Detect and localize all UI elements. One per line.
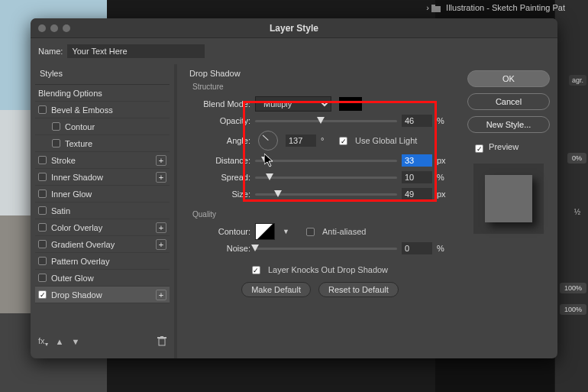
- contour-picker[interactable]: [255, 223, 275, 240]
- breadcrumb-text: Illustration - Sketch Painting Pat: [446, 3, 565, 12]
- window-traffic-lights[interactable]: [38, 24, 70, 32]
- style-checkbox[interactable]: [38, 274, 47, 282]
- style-row-inner-shadow[interactable]: Inner Shadow+: [35, 169, 170, 186]
- opacity-input[interactable]: [402, 115, 432, 127]
- blending-options-label: Blending Options: [38, 89, 166, 98]
- preview-checkbox[interactable]: [475, 144, 483, 153]
- layer-style-dialog: Layer Style Name: Styles Blending Option…: [31, 18, 557, 358]
- add-effect-icon[interactable]: +: [156, 239, 166, 250]
- style-label: Inner Glow: [51, 190, 166, 199]
- blend-mode-label: Blend Mode:: [189, 99, 250, 109]
- noise-row: Noise: %: [189, 240, 451, 257]
- layer-name-input[interactable]: [67, 44, 205, 58]
- style-row-stroke[interactable]: Stroke+: [35, 152, 170, 169]
- angle-dial[interactable]: [258, 131, 278, 151]
- styles-footer: fx▾ ▲ ▼: [35, 330, 170, 354]
- style-checkbox[interactable]: [52, 122, 60, 131]
- svg-rect-3: [157, 337, 166, 339]
- distance-label: Distance:: [189, 156, 250, 165]
- spread-row: Spread: %: [189, 169, 451, 186]
- cancel-button[interactable]: Cancel: [467, 93, 550, 110]
- make-default-button[interactable]: Make Default: [241, 282, 311, 297]
- svg-rect-0: [431, 6, 441, 12]
- section-title: Drop Shadow: [189, 69, 451, 78]
- arrow-down-icon[interactable]: ▼: [71, 337, 79, 346]
- trash-icon[interactable]: [157, 336, 166, 348]
- blend-mode-select[interactable]: Multiply: [255, 96, 331, 112]
- breadcrumb[interactable]: › Illustration - Sketch Painting Pat: [426, 3, 565, 12]
- distance-slider[interactable]: [255, 155, 397, 166]
- style-checkbox[interactable]: [38, 105, 47, 114]
- knocks-label: Layer Knocks Out Drop Shadow: [268, 265, 388, 274]
- arrow-up-icon[interactable]: ▲: [56, 337, 64, 346]
- style-checkbox[interactable]: [38, 223, 47, 232]
- blending-options-row[interactable]: Blending Options: [35, 85, 170, 102]
- style-row-bevel-emboss[interactable]: Bevel & Emboss: [35, 102, 170, 118]
- style-row-outer-glow[interactable]: Outer Glow: [35, 270, 170, 287]
- svg-rect-1: [431, 5, 435, 7]
- style-row-color-overlay[interactable]: Color Overlay+: [35, 219, 170, 236]
- add-effect-icon[interactable]: +: [156, 222, 166, 233]
- panel-half: ½: [574, 208, 580, 216]
- style-checkbox[interactable]: [52, 139, 60, 147]
- name-row: Name:: [31, 38, 557, 64]
- style-checkbox[interactable]: [38, 190, 47, 198]
- style-row-drop-shadow[interactable]: Drop Shadow+: [35, 287, 170, 303]
- add-effect-icon[interactable]: +: [156, 172, 166, 183]
- noise-slider[interactable]: [255, 243, 397, 254]
- spread-slider[interactable]: [255, 172, 397, 183]
- style-row-gradient-overlay[interactable]: Gradient Overlay+: [35, 236, 170, 253]
- style-checkbox[interactable]: [38, 240, 47, 248]
- name-label: Name:: [38, 47, 63, 56]
- fx-menu-icon[interactable]: fx▾: [38, 336, 48, 348]
- noise-input[interactable]: [402, 242, 432, 254]
- style-label: Bevel & Emboss: [51, 105, 166, 115]
- style-row-pattern-overlay[interactable]: Pattern Overlay: [35, 253, 170, 270]
- dialog-buttons-column: OK Cancel New Style... Preview: [460, 64, 557, 358]
- angle-row: Angle: ° Use Global Light: [189, 129, 451, 152]
- style-checkbox[interactable]: [38, 156, 47, 164]
- knocks-checkbox[interactable]: [252, 266, 260, 274]
- style-label: Outer Glow: [51, 274, 166, 283]
- global-light-label: Use Global Light: [355, 136, 417, 145]
- style-checkbox[interactable]: [38, 206, 47, 215]
- style-row-texture[interactable]: Texture: [35, 135, 170, 152]
- size-row: Size: px: [189, 186, 451, 202]
- antialiased-label: Anti-aliased: [322, 227, 366, 236]
- global-light-checkbox[interactable]: [339, 137, 347, 145]
- ok-button[interactable]: OK: [467, 70, 550, 87]
- style-label: Color Overlay: [51, 223, 151, 232]
- preview-label: Preview: [489, 142, 519, 151]
- panel-badge-0: 0%: [567, 153, 586, 164]
- style-checkbox[interactable]: [38, 173, 47, 181]
- preview-row[interactable]: Preview: [469, 142, 519, 153]
- style-label: Texture: [65, 139, 166, 148]
- style-checkbox[interactable]: [38, 290, 47, 299]
- distance-input[interactable]: [402, 154, 432, 167]
- reset-default-button[interactable]: Reset to Default: [318, 282, 399, 297]
- panel-badge-100a: 100%: [560, 283, 586, 293]
- style-row-satin[interactable]: Satin: [35, 202, 170, 219]
- svg-rect-2: [159, 339, 165, 345]
- panel-badge-100b: 100%: [560, 304, 586, 315]
- new-style-button[interactable]: New Style...: [467, 116, 550, 133]
- antialiased-checkbox[interactable]: [306, 228, 315, 236]
- distance-unit: px: [437, 156, 451, 165]
- svg-rect-4: [160, 336, 163, 337]
- angle-input[interactable]: [286, 134, 316, 147]
- size-slider[interactable]: [255, 189, 397, 199]
- style-list: Bevel & EmbossContourTextureStroke+Inner…: [35, 102, 170, 330]
- size-input[interactable]: [402, 188, 432, 200]
- distance-row: Distance: px: [189, 152, 451, 169]
- spread-unit: %: [437, 173, 451, 182]
- spread-input[interactable]: [402, 171, 432, 183]
- opacity-slider[interactable]: [255, 115, 397, 126]
- chevron-down-icon[interactable]: ▼: [283, 228, 289, 235]
- style-row-contour[interactable]: Contour: [35, 118, 170, 135]
- contour-label: Contour:: [189, 227, 250, 236]
- add-effect-icon[interactable]: +: [156, 155, 166, 166]
- shadow-color-swatch[interactable]: [339, 97, 362, 111]
- add-effect-icon[interactable]: +: [156, 290, 166, 300]
- style-checkbox[interactable]: [38, 257, 47, 265]
- style-row-inner-glow[interactable]: Inner Glow: [35, 186, 170, 202]
